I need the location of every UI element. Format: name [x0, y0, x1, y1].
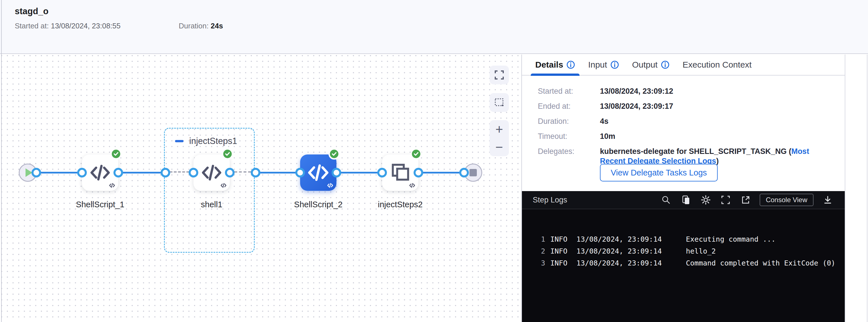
detail-label: Timeout:	[538, 131, 600, 141]
pipeline-execution-page: stagd_o Started at: 13/08/2024, 23:08:55…	[0, 0, 868, 322]
mini-code-icon	[327, 182, 334, 188]
port[interactable]	[160, 168, 170, 177]
step-logs-panel: Step Logs	[522, 191, 845, 322]
detail-value: 10m	[600, 131, 615, 141]
zoom-out-button[interactable]: −	[490, 138, 509, 156]
port[interactable]	[31, 168, 41, 177]
step-logs-title: Step Logs	[533, 196, 567, 204]
fullscreen-icon	[494, 70, 504, 80]
tab-execution-context[interactable]: Execution Context	[682, 54, 751, 75]
port[interactable]	[189, 168, 198, 177]
mini-code-icon	[409, 182, 415, 188]
log-settings-button[interactable]	[700, 194, 711, 206]
stop-icon	[469, 169, 477, 176]
step-logs-header: Step Logs	[522, 191, 845, 209]
node-label-shellscript2: ShellScript_2	[276, 200, 361, 209]
details-content: Started at: 13/08/2024, 23:09:12 Ended a…	[538, 86, 833, 171]
node-shellscript1[interactable]	[82, 154, 118, 191]
info-icon[interactable]	[566, 60, 575, 69]
edge-start-to-shellscript1	[36, 172, 82, 174]
success-check-icon	[329, 148, 340, 159]
canvas-marquee-select-button[interactable]	[490, 93, 509, 112]
port[interactable]	[332, 168, 341, 177]
copy-icon	[681, 195, 691, 205]
delegates-value: kubernetes-delegate for SHELL_SCRIPT_TAS…	[600, 147, 830, 166]
started-at-value: 13/08/2024, 23:08:55	[51, 22, 121, 30]
success-check-icon	[222, 148, 233, 159]
detail-label: Ended at:	[538, 101, 600, 111]
detail-row-timeout: Timeout: 10m	[538, 131, 833, 141]
search-logs-button[interactable]	[660, 194, 672, 206]
log-timestamp: 13/08/2024, 23:09:14	[577, 247, 676, 255]
log-line: 2 INFO 13/08/2024, 23:09:14 hello_2	[535, 245, 845, 257]
download-icon	[823, 195, 832, 204]
log-message: Command completed with ExitCode (0)	[686, 259, 835, 267]
mini-code-icon	[108, 182, 116, 188]
mini-code-icon	[220, 182, 227, 188]
port[interactable]	[114, 168, 123, 177]
edge-group-to-shellscript2	[255, 172, 300, 174]
port[interactable]	[413, 168, 423, 177]
success-check-icon	[110, 148, 122, 159]
node-box[interactable]	[193, 154, 230, 191]
pipeline-canvas[interactable]: injectSteps1	[2, 55, 521, 322]
node-shell1[interactable]	[193, 154, 230, 191]
detail-row-delegates: Delegates: kubernetes-delegate for SHELL…	[538, 147, 833, 166]
external-link-icon	[741, 195, 750, 204]
canvas-fullscreen-button[interactable]	[490, 66, 509, 84]
log-level: INFO	[550, 259, 569, 267]
duration-value: 24s	[211, 22, 223, 30]
log-line: 3 INFO 13/08/2024, 23:09:14 Command comp…	[535, 257, 845, 269]
download-logs-button[interactable]	[822, 194, 833, 206]
port[interactable]	[251, 168, 260, 177]
log-message: hello_2	[686, 247, 716, 255]
log-message: Executing command ...	[686, 235, 776, 243]
view-delegate-tasks-logs-button[interactable]: View Delegate Tasks Logs	[600, 164, 718, 181]
node-box[interactable]	[82, 154, 118, 191]
tab-input[interactable]: Input	[588, 54, 619, 75]
collapse-group-icon[interactable]	[175, 140, 184, 142]
fullscreen-icon	[721, 195, 730, 204]
step-group-header: injectSteps1	[175, 136, 237, 146]
stage-title: stagd_o	[15, 6, 49, 17]
canvas-zoom-controls: + −	[490, 120, 509, 156]
node-label-shellscript1: ShellScript_1	[58, 200, 143, 209]
node-shellscript2-selected[interactable]	[300, 154, 336, 191]
shell-script-icon	[201, 162, 222, 183]
step-group-label: injectSteps1	[189, 136, 237, 146]
tab-details[interactable]: Details	[535, 54, 575, 75]
execution-header: stagd_o Started at: 13/08/2024, 23:08:55…	[0, 0, 868, 54]
copy-logs-button[interactable]	[680, 194, 691, 206]
detail-label: Started at:	[538, 86, 600, 96]
port[interactable]	[295, 168, 305, 177]
marquee-select-icon	[494, 97, 504, 108]
tab-output[interactable]: Output	[632, 54, 670, 75]
detail-value: 13/08/2024, 23:09:17	[600, 101, 673, 111]
zoom-in-button[interactable]: +	[490, 120, 509, 138]
gear-icon	[701, 195, 711, 205]
console-view-button[interactable]: Console View	[760, 194, 813, 206]
port[interactable]	[225, 168, 235, 177]
port[interactable]	[77, 168, 87, 177]
node-injectsteps2[interactable]	[382, 154, 418, 191]
node-label-injectsteps2: injectSteps2	[358, 200, 443, 209]
port[interactable]	[377, 168, 387, 177]
detail-value: 13/08/2024, 23:09:12	[600, 86, 673, 96]
started-at-label: Started at:	[15, 22, 49, 30]
node-box[interactable]	[382, 154, 418, 191]
detail-label: Delegates:	[538, 147, 600, 166]
log-level: INFO	[550, 247, 569, 255]
step-logs-output[interactable]: 1 INFO 13/08/2024, 23:09:14 Executing co…	[522, 210, 845, 322]
duration-label: Duration:	[179, 22, 209, 30]
step-details-panel: Details Input Output	[521, 55, 845, 322]
expand-logs-button[interactable]	[720, 194, 731, 206]
log-line-number: 2	[535, 247, 545, 255]
port[interactable]	[459, 168, 469, 177]
node-box[interactable]	[300, 154, 336, 191]
success-check-icon	[410, 148, 422, 159]
delegates-suffix: )	[716, 157, 719, 165]
info-icon[interactable]	[661, 60, 670, 69]
info-icon[interactable]	[611, 60, 619, 69]
open-logs-new-tab-button[interactable]	[740, 194, 751, 206]
log-level: INFO	[550, 235, 569, 243]
